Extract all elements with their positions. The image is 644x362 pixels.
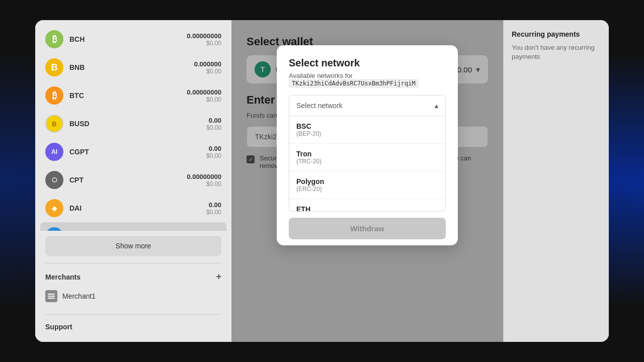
coin-item-dai[interactable]: ◈ DAI 0.00 $0.00	[35, 194, 231, 222]
add-merchant-icon[interactable]: +	[216, 272, 221, 282]
merchants-section: Merchants + Merchant1	[35, 265, 231, 312]
dash-amounts: 0.00000000 $0.00	[187, 229, 221, 231]
merchant-item[interactable]: Merchant1	[45, 286, 221, 306]
dai-icon: ◈	[45, 199, 63, 217]
cgpt-amount: 0.00	[206, 145, 221, 152]
right-panel: Recurring payments You don't have any re…	[503, 20, 609, 342]
coin-item-cgpt[interactable]: AI CGPT 0.00 $0.00	[35, 138, 231, 166]
main-container: ₿ BCH 0.00000000 $0.00 B BNB 0.000000 $0…	[35, 20, 609, 342]
coin-list: ₿ BCH 0.00000000 $0.00 B BNB 0.000000 $0…	[35, 25, 231, 231]
dai-amounts: 0.00 $0.00	[206, 201, 221, 216]
bsc-type: (BEP-20)	[296, 130, 438, 137]
modal-subtitle: Available networks for TKzki23hiCdAdvBsR…	[289, 72, 446, 87]
network-select-container: Select network ▴ BSC (BEP-20) Tron (TRC-…	[289, 95, 446, 212]
network-option-polygon[interactable]: Polygon (ERC-20)	[289, 171, 445, 199]
coin-item-bch[interactable]: ₿ BCH 0.00000000 $0.00	[35, 25, 231, 53]
modal-overlay: Select network Available networks for TK…	[231, 20, 503, 342]
cgpt-usd: $0.00	[206, 152, 221, 159]
coin-item-btc[interactable]: ₿ BTC 0.00000000 $0.00	[35, 81, 231, 110]
dai-name: DAI	[69, 204, 82, 212]
main-content: Select wallet T USDT 0.00 ▾ Enter recepi…	[231, 20, 503, 342]
select-network-modal: Select network Available networks for TK…	[277, 45, 458, 245]
sidebar-divider	[45, 263, 221, 263]
busd-name: BUSD	[69, 120, 90, 128]
btc-icon: ₿	[45, 86, 63, 105]
polygon-name: Polygon	[296, 177, 438, 186]
bch-amount: 0.00000000	[187, 32, 221, 40]
eth-name: ETH	[296, 205, 438, 212]
recurring-title: Recurring payments	[512, 30, 601, 38]
merchant-name: Merchant1	[62, 292, 96, 300]
network-option-eth[interactable]: ETH (ERC-20)	[289, 199, 445, 212]
bnb-icon: B	[45, 58, 63, 76]
cpt-usd: $0.00	[187, 180, 221, 188]
sidebar-divider-2	[45, 314, 221, 315]
btc-amounts: 0.00000000 $0.00	[187, 88, 221, 103]
btc-name: BTC	[69, 92, 84, 100]
bnb-amounts: 0.000000 $0.00	[194, 60, 221, 75]
chevron-up-icon: ▴	[435, 102, 438, 110]
modal-title: Select network	[289, 57, 446, 69]
busd-amount: 0.00	[206, 117, 221, 124]
busd-usd: $0.00	[206, 124, 221, 131]
cgpt-icon: AI	[45, 143, 63, 161]
dai-amount: 0.00	[206, 201, 221, 209]
cgpt-name: CGPT	[69, 148, 89, 156]
merchants-header: Merchants +	[45, 272, 221, 282]
svg-rect-2	[48, 298, 55, 299]
cgpt-amounts: 0.00 $0.00	[206, 145, 221, 159]
recurring-description: You don't have any recurring payments	[512, 43, 601, 61]
svg-rect-1	[48, 296, 55, 297]
merchants-label: Merchants	[45, 273, 80, 281]
coin-item-cpt[interactable]: ⬡ CPT 0.00000000 $0.00	[35, 166, 231, 194]
support-label: Support	[45, 323, 72, 331]
cpt-amount: 0.00000000	[187, 173, 221, 180]
support-section[interactable]: Support	[35, 317, 231, 337]
modal-address: TKzki23hiCdAdvBsRC7UsxBm3hPFijrqiM	[289, 79, 419, 88]
dash-icon: D	[45, 227, 63, 231]
busd-icon: B	[45, 115, 63, 133]
bnb-usd: $0.00	[194, 68, 221, 75]
modal-footer: Withdraw	[289, 212, 446, 245]
dash-amount: 0.00000000	[187, 229, 221, 231]
cpt-name: CPT	[69, 176, 84, 184]
network-option-tron[interactable]: Tron (TRC-20)	[289, 144, 445, 171]
bch-usd: $0.00	[187, 40, 221, 47]
bnb-name: BNB	[69, 63, 85, 71]
svg-rect-0	[48, 294, 55, 295]
network-select-header[interactable]: Select network ▴	[289, 95, 446, 116]
network-select-placeholder: Select network	[296, 102, 343, 110]
withdraw-button[interactable]: Withdraw	[289, 218, 446, 239]
sidebar: ₿ BCH 0.00000000 $0.00 B BNB 0.000000 $0…	[35, 20, 231, 342]
bch-name: BCH	[69, 35, 85, 43]
busd-amounts: 0.00 $0.00	[206, 117, 221, 131]
bsc-name: BSC	[296, 122, 438, 130]
coin-item-bnb[interactable]: B BNB 0.000000 $0.00	[35, 53, 231, 81]
merchant-icon	[45, 290, 57, 302]
btc-amount: 0.00000000	[187, 88, 221, 96]
dai-usd: $0.00	[206, 209, 221, 216]
coin-item-dash[interactable]: D DASH 0.00000000 $0.00	[40, 222, 226, 231]
polygon-type: (ERC-20)	[296, 186, 438, 193]
bch-icon: ₿	[45, 30, 63, 48]
tron-name: Tron	[296, 150, 438, 158]
network-dropdown: BSC (BEP-20) Tron (TRC-20) Polygon (ERC-…	[289, 116, 446, 212]
show-more-button[interactable]: Show more	[45, 236, 221, 256]
cpt-amounts: 0.00000000 $0.00	[187, 173, 221, 188]
cpt-icon: ⬡	[45, 171, 63, 189]
btc-usd: $0.00	[187, 96, 221, 103]
network-option-bsc[interactable]: BSC (BEP-20)	[289, 116, 445, 144]
bnb-amount: 0.000000	[194, 60, 221, 68]
bch-amounts: 0.00000000 $0.00	[187, 32, 221, 47]
coin-item-busd[interactable]: B BUSD 0.00 $0.00	[35, 110, 231, 138]
tron-type: (TRC-20)	[296, 158, 438, 165]
